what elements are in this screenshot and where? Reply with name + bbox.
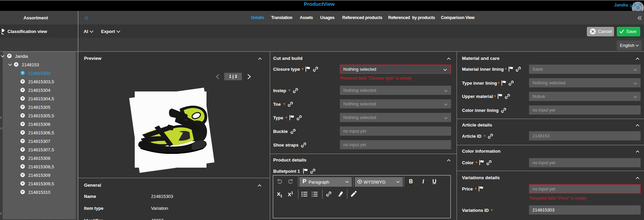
svg-text:3: 3 bbox=[312, 195, 313, 197]
